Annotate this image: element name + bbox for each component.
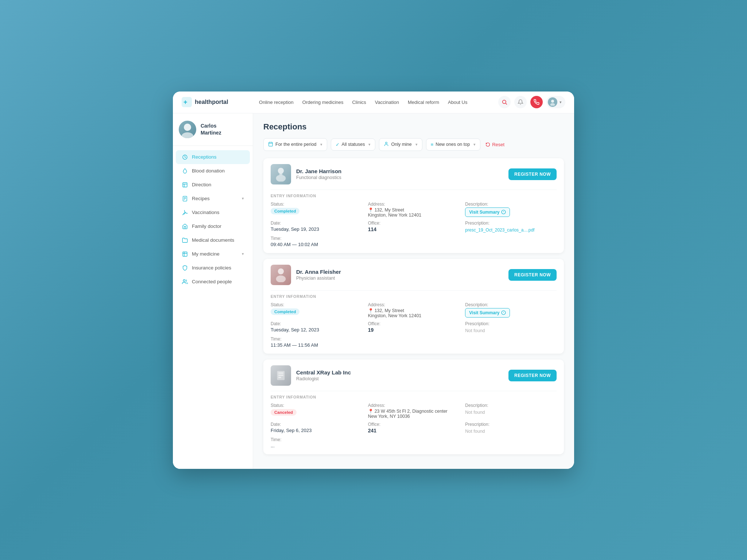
sidebar-user-name: Carlos Martinez (201, 122, 221, 136)
desc-label-2: Description: (465, 302, 557, 307)
time-value-2: 11:35 AM — 11:56 AM (271, 342, 362, 348)
filter-mine-label: Only mine (391, 142, 411, 147)
app-container: + healthportal Online reception Ordering… (173, 92, 574, 469)
person-icon (384, 141, 389, 148)
filter-status[interactable]: ✓ All statuses ▾ (331, 139, 376, 151)
sidebar-item-receptions[interactable]: Receptions (176, 150, 250, 164)
svg-rect-35 (278, 372, 283, 373)
calendar-icon (268, 141, 273, 148)
svg-rect-9 (183, 183, 187, 187)
card-2-doctor: Dr. Anna Fleisher Physician assistant (271, 265, 341, 285)
svg-point-24 (276, 175, 286, 182)
sidebar-item-connected-people[interactable]: Connected people (176, 275, 250, 289)
svg-point-17 (183, 280, 185, 281)
search-button[interactable] (498, 96, 511, 108)
presc-link-1[interactable]: presc_19_Oct_2023_carlos_a....pdf (465, 228, 534, 233)
filter-status-label: All statuses (342, 142, 365, 147)
sidebar-item-recipes[interactable]: Recipes ▾ (176, 192, 250, 206)
card-3-date-field: Date: Friday, Sep 6, 2023 (271, 422, 362, 434)
visit-summary-btn-1[interactable]: Visit Summary (465, 207, 510, 217)
time-label-1: Time: (271, 236, 362, 241)
nav-about-us[interactable]: About Us (448, 100, 467, 105)
filter-mine[interactable]: Only mine ▾ (379, 138, 422, 151)
nav-online-reception[interactable]: Online reception (259, 100, 294, 105)
office-label-1: Office: (368, 221, 460, 226)
check-icon: ✓ (336, 142, 340, 147)
nav-medical-reform[interactable]: Medical reform (408, 100, 439, 105)
reset-label: Reset (492, 142, 504, 147)
register-button-3[interactable]: REGISTER NOW (508, 370, 557, 381)
desc-not-found-3: Not found (465, 410, 485, 415)
office-label-2: Office: (368, 321, 460, 326)
page-title: Receptions (263, 122, 564, 132)
card-3-entry-grid: Status: Canceled Address: 📍23 W 45th St … (271, 403, 557, 448)
nav-vaccination[interactable]: Vaccination (375, 100, 399, 105)
status-badge-1: Completed (271, 208, 299, 214)
user-menu-button[interactable]: ▾ (546, 96, 565, 108)
header-actions: ▾ (498, 96, 565, 108)
doctor-3-specialty: Radiologist (296, 376, 351, 381)
filter-sort-label: New ones on top (436, 142, 470, 147)
card-2-status-field: Status: Completed (271, 302, 362, 318)
sidebar-item-blood-donation[interactable]: Blood donation (176, 164, 250, 178)
presc-not-found-3: Not found (465, 429, 485, 434)
sidebar-label-vaccinations: Vaccinations (192, 210, 220, 215)
phone-button[interactable] (530, 96, 543, 108)
status-chevron-icon: ▾ (368, 142, 371, 147)
sidebar-item-direction[interactable]: Direction (176, 178, 250, 192)
doctor-2-name: Dr. Anna Fleisher (296, 269, 341, 275)
register-button-2[interactable]: REGISTER NOW (508, 269, 557, 281)
family-doctor-icon (182, 223, 188, 230)
card-3-status-field: Status: Canceled (271, 403, 362, 419)
card-1-time-field: Time: 09:40 AM — 10:02 AM (271, 236, 362, 247)
sidebar-item-family-doctor[interactable]: Family doctor (176, 219, 250, 233)
sidebar-label-family-doctor: Family doctor (192, 223, 221, 229)
notifications-button[interactable] (514, 96, 527, 108)
address-label-3: Address: (368, 403, 460, 408)
sidebar-label-medical-documents: Medical documents (192, 237, 234, 243)
sidebar-avatar (179, 121, 196, 138)
sidebar-item-medical-documents[interactable]: Medical documents (176, 233, 250, 247)
sidebar-item-insurance-policies[interactable]: Insurance policies (176, 261, 250, 275)
address-value-3: 📍23 W 45th St Fl 2, Diagnostic centerNew… (368, 409, 460, 419)
entry-info-label-2: ENTRY INFORMATION (271, 290, 557, 299)
desc-label-3: Description: (465, 403, 557, 408)
card-2-time-field: Time: 11:35 AM — 11:56 AM (271, 337, 362, 348)
sidebar: Carlos Martinez Receptions Blood donatio… (173, 113, 253, 469)
address-value-1: 📍132, My StreetKingston, New York 12401 (368, 207, 460, 218)
sidebar-label-blood-donation: Blood donation (192, 168, 225, 174)
status-badge-3: Canceled (271, 409, 297, 416)
register-button-1[interactable]: REGISTER NOW (508, 168, 557, 180)
svg-point-2 (503, 100, 506, 104)
filter-sort[interactable]: ≡ New ones on top ▾ (426, 139, 480, 151)
svg-point-30 (276, 275, 286, 282)
entry-info-label-3: ENTRY INFORMATION (271, 391, 557, 399)
doctor-1-specialty: Functional diagnostics (296, 175, 341, 180)
nav-clinics[interactable]: Clinics (352, 100, 366, 105)
sidebar-item-vaccinations[interactable]: Vaccinations (176, 206, 250, 219)
card-3-presc-field: Prescription: Not found (465, 422, 557, 434)
reception-card-3: Central XRay Lab Inc Radiologist REGISTE… (263, 359, 564, 454)
sidebar-item-my-medicine[interactable]: My medicine ▾ (176, 247, 250, 261)
reset-button[interactable]: Reset (485, 142, 504, 147)
date-label-3: Date: (271, 422, 362, 427)
svg-point-6 (184, 124, 191, 131)
doctor-1-photo (271, 164, 291, 184)
insurance-icon (182, 265, 188, 271)
office-value-3: 241 (368, 428, 460, 433)
sidebar-label-my-medicine: My medicine (192, 251, 220, 257)
svg-line-16 (182, 214, 183, 215)
filters-bar: For the entire period ▾ ✓ All statuses ▾… (263, 138, 564, 151)
filter-period[interactable]: For the entire period ▾ (263, 138, 327, 151)
card-3-doctor-info: Central XRay Lab Inc Radiologist (296, 369, 351, 381)
nav-ordering-medicines[interactable]: Ordering medicines (302, 100, 344, 105)
pin-icon-1: 📍 (368, 207, 374, 213)
status-label-1: Status: (271, 202, 362, 207)
doctor-2-specialty: Physician assistant (296, 276, 341, 281)
date-value-3: Friday, Sep 6, 2023 (271, 428, 362, 433)
sidebar-user: Carlos Martinez (173, 121, 253, 146)
date-label-1: Date: (271, 221, 362, 226)
desc-label-1: Description: (465, 202, 557, 207)
visit-summary-btn-2[interactable]: Visit Summary (465, 308, 510, 318)
status-label-2: Status: (271, 302, 362, 307)
